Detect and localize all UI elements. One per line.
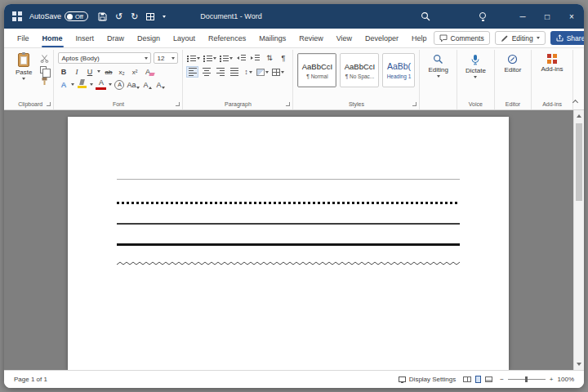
increase-indent-button[interactable] <box>250 53 261 63</box>
tab-help[interactable]: Help <box>405 29 434 47</box>
font-family-select[interactable]: Aptos (Body) <box>58 52 151 64</box>
change-case-button[interactable]: Aa <box>127 79 140 90</box>
chevron-down-icon[interactable] <box>90 83 93 86</box>
scrollbar-thumb[interactable] <box>576 123 582 201</box>
word-app-icon[interactable] <box>12 11 22 21</box>
zoom-out-button[interactable]: − <box>500 376 504 383</box>
tab-design[interactable]: Design <box>131 29 167 47</box>
display-settings-button[interactable]: Display Settings <box>399 376 456 383</box>
tab-developer[interactable]: Developer <box>359 29 405 47</box>
web-layout-icon[interactable] <box>485 376 492 382</box>
collapse-ribbon-button[interactable] <box>571 97 579 105</box>
table-icon[interactable] <box>146 13 154 20</box>
tab-insert[interactable]: Insert <box>69 29 101 47</box>
save-icon[interactable] <box>98 12 107 21</box>
grow-font-button[interactable]: A <box>142 79 153 90</box>
shading-button[interactable] <box>256 67 269 77</box>
scroll-up-icon[interactable] <box>577 114 581 118</box>
share-button[interactable]: Share <box>550 31 584 45</box>
autosave-switch[interactable]: Off <box>65 11 88 21</box>
align-right-icon <box>216 68 225 76</box>
tab-review[interactable]: Review <box>292 29 330 47</box>
zoom-in-button[interactable]: + <box>550 376 554 383</box>
text-effects-button[interactable]: A <box>58 79 69 90</box>
shrink-font-button[interactable]: A <box>155 79 166 90</box>
style-name: ¶ Normal <box>306 74 327 79</box>
decrease-indent-button[interactable] <box>236 53 247 63</box>
magnifier-icon <box>433 54 443 65</box>
addins-button[interactable]: Add-ins <box>536 51 568 73</box>
zoom-level[interactable]: 100% <box>558 376 574 383</box>
tab-file[interactable]: File <box>11 29 36 47</box>
line-spacing-button[interactable]: ↕ <box>243 67 253 77</box>
undo-icon[interactable]: ↺ <box>115 11 122 22</box>
chevron-up-icon <box>572 99 577 105</box>
tab-layout[interactable]: Layout <box>167 29 202 47</box>
lightbulb-icon[interactable] <box>479 12 486 19</box>
cut-button[interactable] <box>40 54 49 63</box>
customize-quick-access-icon[interactable] <box>163 16 166 18</box>
styles-dialog-launcher-icon[interactable] <box>412 102 416 106</box>
tab-references[interactable]: References <box>202 29 252 47</box>
zoom-slider-thumb[interactable] <box>525 376 528 382</box>
highlight-button[interactable] <box>77 79 87 90</box>
status-bar-right: Display Settings − + 100% <box>399 376 574 383</box>
tab-home[interactable]: Home <box>36 29 69 47</box>
font-dialog-launcher-icon[interactable] <box>176 102 180 106</box>
borders-button[interactable] <box>272 67 284 77</box>
align-right-button[interactable] <box>215 67 225 77</box>
tab-draw[interactable]: Draw <box>100 29 131 47</box>
chevron-down-icon[interactable] <box>97 70 100 73</box>
paste-button[interactable]: Paste <box>11 51 36 86</box>
superscript-button[interactable]: x² <box>129 66 140 77</box>
zoom-slider[interactable] <box>508 379 546 380</box>
print-layout-icon[interactable] <box>475 376 481 383</box>
format-painter-button[interactable] <box>40 77 49 86</box>
style-no-spacing[interactable]: AaBbCcI ¶ No Spac... <box>340 53 379 87</box>
sort-button[interactable]: ⇅ <box>264 53 274 63</box>
bold-button[interactable]: B <box>58 66 69 77</box>
maximize-button[interactable]: □ <box>535 4 559 29</box>
horizontal-line-thin <box>117 179 460 180</box>
search-icon[interactable] <box>421 11 430 21</box>
style-heading-1[interactable]: AaBb( Heading 1 <box>382 53 415 87</box>
show-formatting-marks-button[interactable]: ¶ <box>278 53 288 63</box>
clipboard-group-label: Clipboard <box>11 100 49 109</box>
chevron-down-icon[interactable] <box>109 83 112 86</box>
scroll-down-icon[interactable] <box>577 363 581 366</box>
bullets-button[interactable] <box>187 53 200 63</box>
document-page[interactable] <box>68 117 509 370</box>
font-size-select[interactable]: 12 <box>154 52 178 64</box>
copy-button[interactable] <box>40 66 49 74</box>
paragraph-dialog-launcher-icon[interactable] <box>286 102 290 106</box>
minimize-button[interactable]: ─ <box>510 4 535 29</box>
clear-formatting-button[interactable]: A <box>142 66 153 77</box>
dictate-button[interactable]: Dictate <box>461 51 490 78</box>
underline-button[interactable]: U <box>84 66 95 77</box>
redo-icon[interactable]: ↻ <box>131 11 138 22</box>
vertical-scrollbar[interactable] <box>573 110 584 370</box>
style-normal[interactable]: AaBbCcI ¶ Normal <box>297 53 336 87</box>
clipboard-dialog-launcher-icon[interactable] <box>47 102 51 106</box>
align-center-button[interactable] <box>201 67 212 77</box>
enclose-characters-button[interactable]: A <box>114 80 124 90</box>
editor-button[interactable]: Editor <box>499 51 527 74</box>
justify-button[interactable] <box>229 67 239 77</box>
editing-button[interactable]: Editing <box>424 51 452 78</box>
read-mode-icon[interactable] <box>463 376 471 382</box>
subscript-button[interactable]: x₂ <box>116 66 127 77</box>
comments-button[interactable]: Comments <box>434 31 490 45</box>
multilevel-list-button[interactable] <box>220 53 233 63</box>
editing-mode-button[interactable]: Editing <box>495 31 546 45</box>
align-left-button[interactable] <box>187 67 198 77</box>
strikethrough-button[interactable]: ab <box>103 66 114 77</box>
autosave-toggle[interactable]: AutoSave Off <box>29 11 88 21</box>
chevron-down-icon[interactable] <box>71 83 74 86</box>
numbering-button[interactable] <box>203 53 216 63</box>
close-button[interactable]: × <box>559 4 584 29</box>
tab-view[interactable]: View <box>330 29 359 47</box>
font-color-button[interactable]: A <box>96 79 106 90</box>
tab-mailings[interactable]: Mailings <box>252 29 292 47</box>
italic-button[interactable]: I <box>71 66 82 77</box>
page-indicator[interactable]: Page 1 of 1 <box>14 376 47 383</box>
